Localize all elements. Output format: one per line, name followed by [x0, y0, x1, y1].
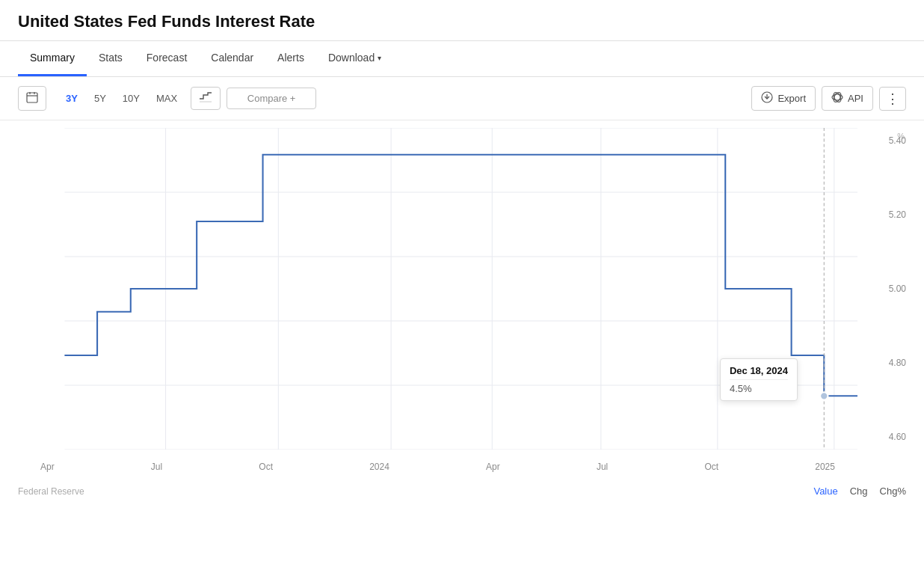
- svg-point-25: [820, 392, 828, 399]
- toolbar-right: Export API ⋮: [751, 86, 906, 111]
- x-label-apr2024: Apr: [486, 462, 500, 472]
- tab-download[interactable]: Download ▾: [316, 41, 393, 76]
- compare-button[interactable]: Compare +: [227, 88, 316, 109]
- y-value-480: 4.80: [889, 358, 906, 368]
- calendar-button[interactable]: [18, 86, 46, 111]
- calendar-icon: [26, 91, 38, 105]
- y-axis: % 5.40 5.20 5.00 4.80 4.60: [861, 128, 906, 450]
- export-button[interactable]: Export: [751, 86, 816, 111]
- period-3y-button[interactable]: 3Y: [58, 89, 85, 108]
- chevron-down-icon: ▾: [378, 54, 381, 62]
- x-label-oct2024: Oct: [704, 462, 718, 472]
- api-icon: [831, 91, 843, 105]
- chart-svg: [18, 128, 857, 450]
- x-label-2025: 2025: [815, 462, 835, 472]
- x-axis: Apr Jul Oct 2024 Apr Jul Oct 2025: [18, 462, 857, 472]
- x-label-2024: 2024: [369, 462, 389, 472]
- page-wrapper: United States Fed Funds Interest Rate Su…: [0, 0, 924, 582]
- more-icon: ⋮: [886, 91, 899, 106]
- chart-container: % 5.40 5.20 5.00 4.80 4.60 Apr Jul Oct 2…: [18, 128, 906, 472]
- toolbar: 3Y 5Y 10Y MAX Compare +: [0, 77, 924, 120]
- api-button[interactable]: API: [822, 86, 873, 111]
- export-icon: [761, 91, 773, 105]
- y-axis-pct-label: %: [897, 132, 905, 141]
- tab-stats[interactable]: Stats: [87, 41, 135, 76]
- period-10y-button[interactable]: 10Y: [115, 89, 147, 108]
- chart-area: % 5.40 5.20 5.00 4.80 4.60 Apr Jul Oct 2…: [0, 120, 924, 480]
- chart-type-icon: [199, 92, 212, 105]
- x-label-oct2023: Oct: [259, 462, 273, 472]
- y-value-500: 5.00: [889, 284, 906, 294]
- chart-type-button[interactable]: [191, 87, 221, 110]
- svg-point-8: [832, 91, 843, 103]
- footer-link-chgpct[interactable]: Chg%: [880, 485, 906, 497]
- period-group: 3Y 5Y 10Y MAX: [58, 89, 185, 108]
- y-value-520: 5.20: [889, 209, 906, 220]
- svg-rect-0: [27, 93, 37, 102]
- x-label-jul2023: Jul: [151, 462, 162, 472]
- export-label: Export: [777, 93, 806, 104]
- period-max-button[interactable]: MAX: [149, 89, 185, 108]
- chart-svg-area: [18, 128, 857, 450]
- tab-summary[interactable]: Summary: [18, 41, 87, 76]
- footer-link-chg[interactable]: Chg: [850, 485, 868, 497]
- chart-footer: Federal Reserve Value Chg Chg%: [0, 480, 924, 503]
- nav-tabs: Summary Stats Forecast Calendar Alerts D…: [0, 41, 924, 77]
- tab-alerts[interactable]: Alerts: [265, 41, 316, 76]
- tab-forecast[interactable]: Forecast: [135, 41, 199, 76]
- tab-calendar[interactable]: Calendar: [199, 41, 265, 76]
- page-title: United States Fed Funds Interest Rate: [18, 12, 906, 31]
- x-label-jul2024: Jul: [597, 462, 608, 472]
- footer-links: Value Chg Chg%: [813, 485, 906, 497]
- x-label-apr2023: Apr: [40, 462, 55, 472]
- title-bar: United States Fed Funds Interest Rate: [0, 0, 924, 41]
- footer-link-value[interactable]: Value: [813, 485, 837, 497]
- api-label: API: [848, 93, 863, 104]
- y-value-460: 4.60: [889, 432, 906, 442]
- period-5y-button[interactable]: 5Y: [87, 89, 114, 108]
- source-label: Federal Reserve: [18, 486, 84, 497]
- more-button[interactable]: ⋮: [879, 87, 906, 111]
